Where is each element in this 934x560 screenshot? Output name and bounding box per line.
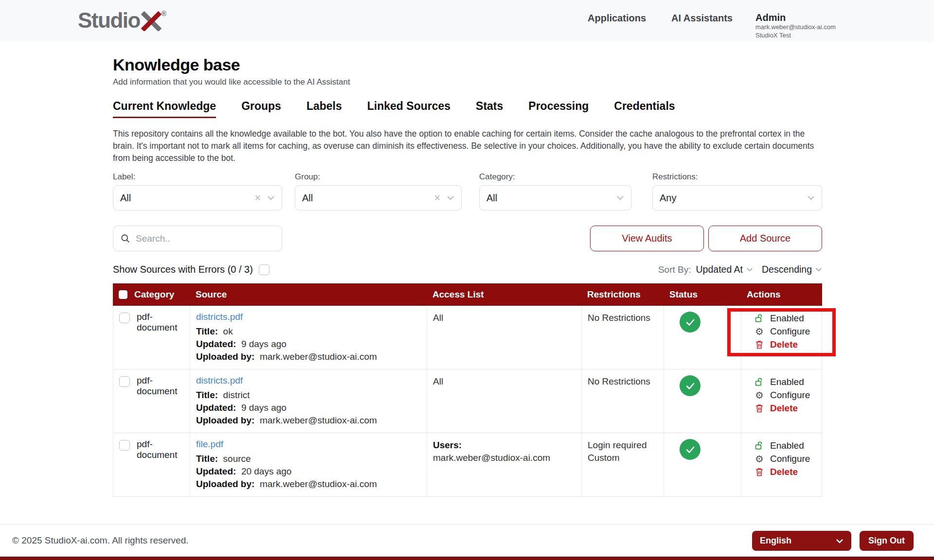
enabled-action[interactable]: Enabled [754, 312, 816, 325]
trash-icon [754, 403, 765, 413]
delete-action[interactable]: Delete [754, 338, 816, 351]
sort-direction-select[interactable]: Descending [762, 264, 822, 275]
enabled-action[interactable]: Enabled [754, 375, 816, 388]
unlock-icon [754, 441, 765, 451]
chevron-down-icon [836, 539, 844, 543]
studiox-logo[interactable]: Studio ® [78, 9, 166, 32]
configure-action[interactable]: ⚙ Configure [754, 388, 816, 402]
filter-restrictions-caption: Restrictions: [652, 172, 822, 182]
sort-controls: Sort By: Updated At Descending [658, 264, 822, 275]
sort-by-label: Sort By: [658, 264, 691, 275]
sort-field-select[interactable]: Updated At [696, 264, 754, 275]
row-checkbox[interactable] [119, 440, 130, 451]
title-value: district [223, 390, 250, 400]
enabled-label: Enabled [770, 439, 804, 452]
category-filter-select[interactable]: All [479, 185, 631, 210]
uploaded-by-value: mark.weber@studiox-ai.com [260, 351, 377, 362]
logo-text: Studio [78, 9, 140, 32]
delete-action[interactable]: Delete [754, 465, 816, 478]
sign-out-button[interactable]: Sign Out [860, 531, 914, 551]
uploaded-by-value: mark.weber@studiox-ai.com [260, 415, 377, 425]
title-label: Title: [196, 390, 218, 400]
add-source-button[interactable]: Add Source [708, 226, 822, 251]
sort-direction-value: Descending [762, 264, 812, 275]
restrictions-value: Login required [588, 439, 658, 452]
chevron-down-icon [746, 267, 753, 272]
category-filter-value: All [486, 192, 616, 204]
footer-controls: English Sign Out [752, 531, 914, 551]
header-status: Status [664, 289, 741, 300]
delete-label: Delete [770, 402, 798, 415]
restrictions-value-2: Custom [588, 452, 658, 464]
tab-bar: Current Knowledge Groups Labels Linked S… [113, 100, 822, 118]
table-row: pdf-document districts.pdf Title: distri… [113, 369, 822, 433]
delete-action[interactable]: Delete [754, 402, 816, 415]
nav-applications[interactable]: Applications [588, 13, 646, 24]
enabled-label: Enabled [770, 312, 804, 325]
tab-linked-sources[interactable]: Linked Sources [367, 100, 450, 118]
tab-stats[interactable]: Stats [476, 100, 503, 118]
chevron-down-icon[interactable] [616, 195, 624, 200]
unlock-icon [754, 314, 765, 323]
unlock-icon [754, 377, 765, 387]
filter-group-caption: Group: [295, 172, 462, 182]
status-enabled-icon [680, 375, 700, 396]
source-file-link[interactable]: file.pdf [196, 439, 223, 450]
view-audits-button[interactable]: View Audits [590, 226, 704, 251]
access-list-value: All [433, 312, 575, 324]
chevron-down-icon[interactable] [267, 195, 275, 200]
source-file-link[interactable]: districts.pdf [196, 312, 243, 322]
search-icon [120, 233, 131, 244]
user-menu[interactable]: Admin mark.weber@studiox-ai.com StudioX … [755, 12, 836, 39]
row-checkbox[interactable] [119, 376, 130, 387]
label-filter-select[interactable]: All ✕ [113, 185, 282, 210]
select-all-checkbox[interactable] [119, 290, 127, 299]
language-select[interactable]: English [752, 531, 851, 551]
search-input[interactable] [136, 233, 275, 244]
restrictions-filter-value: Any [660, 192, 807, 204]
group-filter-value: All [302, 192, 434, 204]
restrictions-value: No Restrictions [588, 375, 658, 388]
table-row: pdf-document districts.pdf Title: ok Upd… [113, 306, 822, 369]
delete-label: Delete [770, 338, 798, 351]
row-checkbox[interactable] [119, 313, 130, 323]
configure-label: Configure [770, 388, 810, 402]
search-row: View Audits Add Source [113, 226, 822, 251]
nav-ai-assistants[interactable]: AI Assistants [671, 13, 733, 24]
clear-icon[interactable]: ✕ [254, 193, 261, 203]
title-value: ok [223, 326, 233, 336]
tab-credentials[interactable]: Credentials [614, 100, 675, 118]
enabled-action[interactable]: Enabled [754, 439, 816, 452]
group-filter-select[interactable]: All ✕ [295, 185, 462, 210]
filter-category-caption: Category: [479, 172, 631, 182]
restrictions-filter-select[interactable]: Any [652, 185, 822, 210]
title-label: Title: [196, 326, 218, 336]
tab-processing[interactable]: Processing [528, 100, 589, 118]
enabled-label: Enabled [770, 375, 804, 388]
filter-bar: Label: All ✕ Group: All ✕ [113, 172, 822, 216]
gear-icon: ⚙ [754, 390, 765, 400]
table-body: pdf-document districts.pdf Title: ok Upd… [113, 306, 822, 497]
header-access-list: Access List [427, 289, 581, 300]
chevron-down-icon[interactable] [447, 195, 454, 200]
configure-label: Configure [770, 452, 810, 465]
list-controls: Show Sources with Errors (0 / 3) Sort By… [113, 264, 822, 278]
chevron-down-icon[interactable] [807, 195, 815, 200]
tab-current-knowledge[interactable]: Current Knowledge [113, 100, 216, 118]
show-errors-checkbox[interactable] [259, 264, 269, 275]
language-value: English [760, 536, 836, 546]
search-box [113, 226, 282, 251]
tab-labels[interactable]: Labels [306, 100, 342, 118]
uploaded-by-label: Uploaded by: [196, 351, 254, 362]
clear-icon[interactable]: ✕ [434, 193, 441, 203]
tab-groups[interactable]: Groups [241, 100, 281, 118]
show-errors-label: Show Sources with Errors (0 / 3) [113, 264, 253, 275]
repository-description: This repository contains all the knowled… [113, 128, 822, 164]
configure-action[interactable]: ⚙ Configure [754, 325, 816, 338]
configure-action[interactable]: ⚙ Configure [754, 452, 816, 465]
uploaded-by-label: Uploaded by: [196, 415, 254, 425]
filter-group: Group: All ✕ [295, 172, 462, 210]
source-file-link[interactable]: districts.pdf [196, 375, 243, 386]
row-category: pdf-document [137, 439, 184, 460]
logo-x-icon [141, 11, 162, 31]
